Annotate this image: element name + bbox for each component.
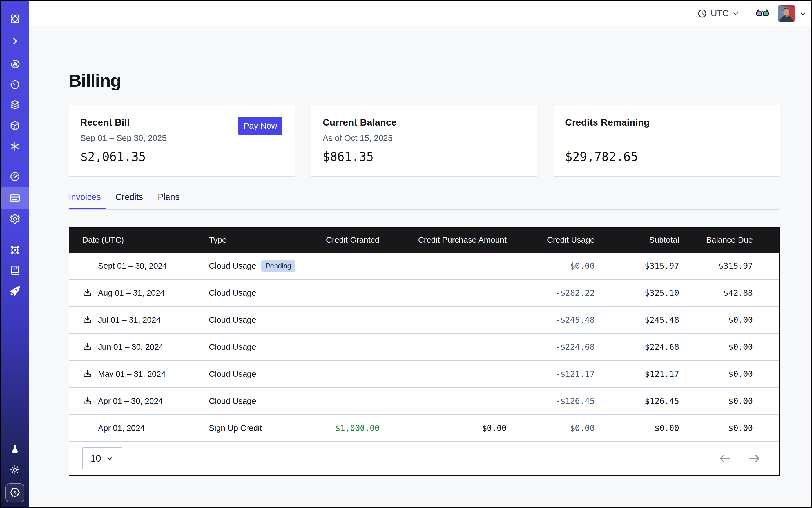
invoice-date: Jul 01 – 31, 2024 bbox=[98, 315, 161, 325]
credit-usage-value: $0.00 bbox=[507, 261, 595, 270]
pay-now-button[interactable]: Pay Now bbox=[239, 117, 283, 135]
column-header-balance-due: Balance Due bbox=[679, 236, 753, 245]
chevron-down-icon bbox=[799, 9, 807, 17]
arrow-left-icon bbox=[718, 452, 731, 465]
invoice-type: Cloud Usage bbox=[209, 342, 256, 352]
column-header-credit-usage: Credit Usage bbox=[507, 236, 595, 245]
svg-text:$: $ bbox=[13, 490, 16, 496]
layers-icon[interactable] bbox=[1, 94, 29, 116]
invoice-type-cell: Sign Up Credit bbox=[209, 424, 310, 433]
invoice-row: Apr 01, 2024Sign Up Credit$1,000.00$0.00… bbox=[69, 415, 779, 442]
invoice-type-cell: Cloud Usage bbox=[209, 342, 310, 352]
subtotal-value: $245.48 bbox=[595, 315, 679, 325]
invoice-date: Jun 01 – 30, 2024 bbox=[98, 342, 163, 352]
invoice-row: Jun 01 – 30, 2024Cloud Usage-$224.68$224… bbox=[69, 334, 779, 361]
sidebar-item-billing[interactable] bbox=[1, 187, 29, 209]
invoice-type: Cloud Usage bbox=[209, 288, 256, 298]
sidebar-divider bbox=[1, 162, 29, 163]
download-invoice-button[interactable] bbox=[82, 369, 92, 379]
rings-icon[interactable] bbox=[1, 53, 29, 75]
logo-icon[interactable] bbox=[1, 8, 29, 30]
credit-granted-value: $1,000.00 bbox=[310, 423, 380, 433]
card-subtitle: Sep 01 – Sep 30, 2025 bbox=[80, 133, 167, 143]
topbar: UTC bbox=[29, 1, 811, 27]
download-slot bbox=[82, 288, 98, 298]
billing-page: $ UTC bbox=[0, 0, 812, 508]
subtotal-value: $325.10 bbox=[595, 288, 679, 298]
download-invoice-button[interactable] bbox=[82, 342, 92, 352]
tab-invoices[interactable]: Invoices bbox=[69, 192, 101, 209]
download-icon bbox=[82, 396, 92, 406]
billing-tabs: Invoices Credits Plans bbox=[69, 192, 179, 209]
timer-icon[interactable] bbox=[1, 74, 29, 95]
column-header-subtotal: Subtotal bbox=[595, 236, 679, 245]
table-body: Sept 01 – 30, 2024Cloud UsagePending$0.0… bbox=[69, 253, 779, 442]
summary-cards: Recent Bill Sep 01 – Sep 30, 2025 $2,061… bbox=[69, 105, 780, 177]
avatar[interactable] bbox=[778, 5, 795, 22]
invoice-date: Sept 01 – 30, 2024 bbox=[98, 261, 167, 270]
download-slot bbox=[82, 396, 98, 406]
invoice-type-cell: Cloud Usage bbox=[209, 315, 310, 325]
docs-book-icon[interactable] bbox=[1, 260, 29, 281]
settings-gear-icon[interactable] bbox=[1, 208, 29, 229]
balance-due-value: $0.00 bbox=[679, 315, 753, 325]
tab-plans[interactable]: Plans bbox=[158, 192, 180, 209]
account-menu-caret[interactable] bbox=[799, 9, 807, 17]
balance-due-value: $42.88 bbox=[679, 288, 753, 298]
column-header-credit-granted: Credit Granted bbox=[310, 236, 380, 245]
chevron-down-icon bbox=[106, 455, 114, 462]
recent-bill-card: Recent Bill Sep 01 – Sep 30, 2025 $2,061… bbox=[69, 105, 295, 177]
download-invoice-button[interactable] bbox=[82, 315, 92, 325]
tabs-divider bbox=[69, 209, 780, 210]
card-title: Current Balance bbox=[323, 117, 397, 128]
download-icon bbox=[82, 315, 92, 325]
gauge-icon[interactable] bbox=[1, 166, 29, 187]
column-header-date-utc: Date (UTC) bbox=[69, 236, 209, 245]
clock-icon bbox=[697, 8, 707, 18]
theme-sun-icon[interactable] bbox=[1, 459, 29, 480]
card-subtitle: As of Oct 15, 2025 bbox=[323, 133, 392, 143]
invoice-row: Aug 01 – 31, 2024Cloud Usage-$282.22$325… bbox=[69, 280, 779, 307]
column-header-credit-purchase-amount: Credit Purchase Amount bbox=[380, 236, 507, 245]
invoice-type: Sign Up Credit bbox=[209, 424, 262, 433]
helm-icon[interactable] bbox=[1, 239, 29, 261]
sidebar-divider bbox=[1, 235, 29, 236]
balance-due-value: $0.00 bbox=[679, 342, 753, 352]
download-invoice-button[interactable] bbox=[82, 288, 92, 298]
rocket-icon[interactable] bbox=[1, 281, 29, 302]
next-page-button[interactable] bbox=[748, 452, 761, 465]
sidebar: $ bbox=[1, 1, 29, 507]
invoice-row: Jul 01 – 31, 2024Cloud Usage-$245.48$245… bbox=[69, 307, 779, 334]
timezone-selector[interactable]: UTC bbox=[697, 8, 739, 18]
download-icon bbox=[82, 342, 92, 352]
invoice-date: Apr 01 – 30, 2024 bbox=[98, 396, 163, 406]
balance-due-value: $0.00 bbox=[679, 369, 753, 379]
invoice-type-cell: Cloud Usage bbox=[209, 288, 310, 298]
invoice-type: Cloud Usage bbox=[209, 396, 256, 406]
expand-sidebar-chevron-icon[interactable] bbox=[1, 31, 29, 52]
cube-icon[interactable] bbox=[1, 115, 29, 136]
subtotal-value: $224.68 bbox=[595, 342, 679, 352]
page-size-value: 10 bbox=[91, 453, 101, 464]
invoices-table: Date (UTC)TypeCredit GrantedCredit Purch… bbox=[69, 227, 780, 476]
card-amount: $861.35 bbox=[323, 150, 374, 164]
download-invoice-button[interactable] bbox=[82, 396, 92, 406]
asterisk-icon[interactable] bbox=[1, 136, 29, 157]
table-header: Date (UTC)TypeCredit GrantedCredit Purch… bbox=[69, 227, 779, 253]
card-amount: $2,061.35 bbox=[80, 150, 146, 164]
credits-badge-button[interactable]: $ bbox=[5, 483, 25, 502]
invoice-date: Aug 01 – 31, 2024 bbox=[98, 288, 165, 298]
flask-icon[interactable] bbox=[1, 438, 29, 460]
credit-purchase-value: $0.00 bbox=[380, 423, 507, 433]
page-size-select[interactable]: 10 bbox=[82, 448, 122, 469]
subtotal-value: $126.45 bbox=[595, 396, 679, 406]
invoice-type: Cloud Usage bbox=[209, 370, 256, 379]
invoice-date: May 01 – 31, 2024 bbox=[98, 370, 166, 379]
invoice-type-cell: Cloud Usage bbox=[209, 396, 310, 406]
tab-credits[interactable]: Credits bbox=[116, 192, 143, 209]
credit-usage-value: -$282.22 bbox=[507, 288, 595, 298]
glasses-icon[interactable] bbox=[756, 7, 769, 20]
credit-usage-value: -$121.17 bbox=[507, 369, 595, 379]
current-balance-card: Current Balance As of Oct 15, 2025 $861.… bbox=[311, 105, 538, 177]
prev-page-button[interactable] bbox=[718, 452, 731, 465]
